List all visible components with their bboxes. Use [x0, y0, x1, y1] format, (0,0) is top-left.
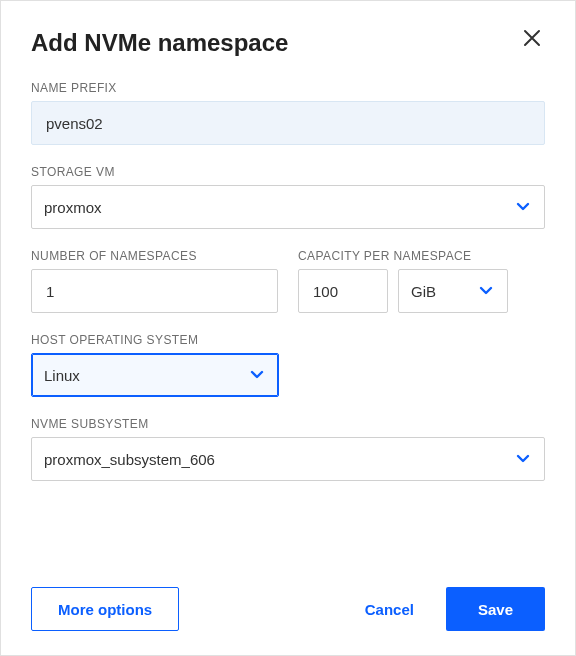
nvme-subsystem-label: NVME SUBSYSTEM — [31, 417, 545, 431]
num-namespaces-input[interactable] — [44, 270, 265, 312]
close-button[interactable] — [519, 29, 545, 51]
save-button[interactable]: Save — [446, 587, 545, 631]
capacity-value-input[interactable] — [311, 270, 375, 312]
nvme-subsystem-select[interactable]: proxmox_subsystem_606 — [31, 437, 545, 481]
host-os-group: HOST OPERATING SYSTEM Linux — [31, 333, 545, 397]
num-namespaces-label: NUMBER OF NAMESPACES — [31, 249, 278, 263]
dialog-title: Add NVMe namespace — [31, 29, 288, 57]
storage-vm-value: proxmox — [44, 199, 102, 216]
host-os-value: Linux — [44, 367, 80, 384]
chevron-down-icon — [479, 286, 493, 296]
dialog-footer: More options Cancel Save — [31, 587, 545, 631]
host-os-label: HOST OPERATING SYSTEM — [31, 333, 545, 347]
name-prefix-group: NAME PREFIX — [31, 81, 545, 145]
nvme-subsystem-value: proxmox_subsystem_606 — [44, 451, 215, 468]
storage-vm-group: STORAGE VM proxmox — [31, 165, 545, 229]
storage-vm-select[interactable]: proxmox — [31, 185, 545, 229]
capacity-unit-select[interactable]: GiB — [398, 269, 508, 313]
close-icon — [523, 27, 541, 52]
more-options-button[interactable]: More options — [31, 587, 179, 631]
dialog-header: Add NVMe namespace — [31, 29, 545, 57]
footer-right: Cancel Save — [361, 587, 545, 631]
num-namespaces-input-wrap — [31, 269, 278, 313]
capacity-value-input-wrap — [298, 269, 388, 313]
host-os-select[interactable]: Linux — [31, 353, 279, 397]
capacity-label: CAPACITY PER NAMESPACE — [298, 249, 545, 263]
name-prefix-input-wrap — [31, 101, 545, 145]
name-prefix-label: NAME PREFIX — [31, 81, 545, 95]
chevron-down-icon — [516, 454, 530, 464]
num-namespaces-group: NUMBER OF NAMESPACES — [31, 249, 278, 313]
chevron-down-icon — [250, 370, 264, 380]
nvme-subsystem-group: NVME SUBSYSTEM proxmox_subsystem_606 — [31, 417, 545, 481]
cancel-button[interactable]: Cancel — [361, 593, 418, 626]
capacity-group: CAPACITY PER NAMESPACE GiB — [298, 249, 545, 313]
storage-vm-label: STORAGE VM — [31, 165, 545, 179]
name-prefix-input[interactable] — [44, 102, 532, 144]
capacity-unit-value: GiB — [411, 283, 436, 300]
count-capacity-row: NUMBER OF NAMESPACES CAPACITY PER NAMESP… — [31, 249, 545, 313]
add-nvme-namespace-dialog: Add NVMe namespace NAME PREFIX STORAGE V… — [0, 0, 576, 656]
chevron-down-icon — [516, 202, 530, 212]
